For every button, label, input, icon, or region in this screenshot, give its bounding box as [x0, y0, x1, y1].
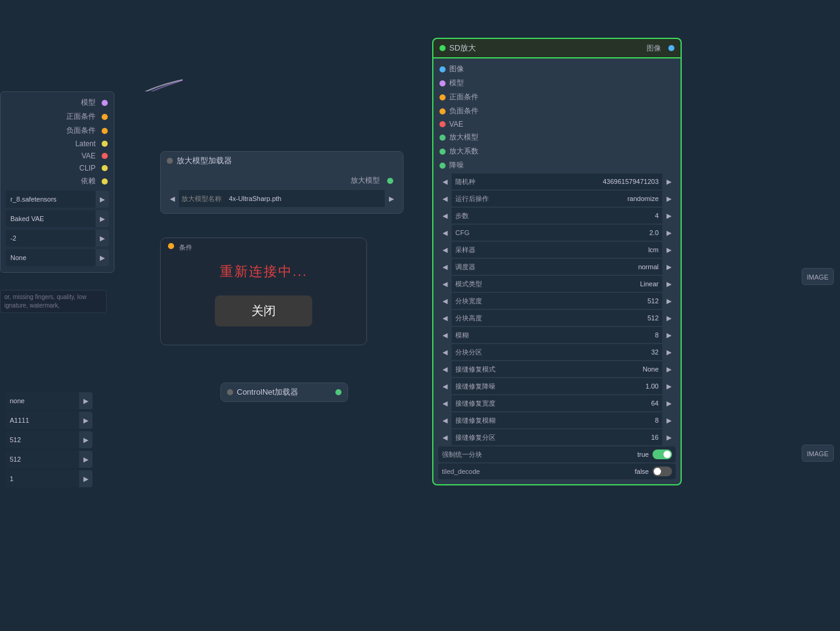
param-tile-div-right[interactable]: ▶ [662, 344, 676, 360]
param-seam-div-right[interactable]: ▶ [662, 429, 676, 445]
param-seam-mode[interactable]: ◀ 接缝修复模式 None ▶ [438, 361, 676, 377]
param-steps-right[interactable]: ▶ [662, 208, 676, 224]
model-selector-4[interactable]: None ▶ [5, 249, 109, 266]
input-negative-dot [439, 108, 446, 115]
upscale-loader-header: 放大模型加载器 [161, 152, 403, 170]
left-arrow-2[interactable]: ▶ [79, 412, 93, 429]
force-uniform-toggle[interactable] [653, 449, 672, 459]
upscale-loader-title: 放大模型加载器 [177, 155, 232, 166]
input-upscale-model: 放大模型 [433, 130, 681, 144]
model-arrow-2[interactable]: ▶ [96, 210, 109, 227]
param-blur-right[interactable]: ▶ [662, 327, 676, 343]
upscale-loader-node: 放大模型加载器 放大模型 ◀ 放大模型名称 4x-UltraSharp.pth … [160, 151, 404, 214]
input-scale-factor: 放大系数 [433, 144, 681, 158]
left-row-4[interactable]: 512 ▶ [5, 451, 93, 468]
param-sampler[interactable]: ◀ 采样器 lcm ▶ [438, 242, 676, 258]
param-seam-blur[interactable]: ◀ 接缝修复模糊 8 ▶ [438, 412, 676, 428]
param-cfg-left[interactable]: ◀ [438, 225, 452, 241]
param-seam-mode-right[interactable]: ▶ [662, 361, 676, 377]
left-arrow-5[interactable]: ▶ [79, 470, 93, 487]
model-arrow-1[interactable]: ▶ [96, 191, 109, 208]
param-steps[interactable]: ◀ 步数 4 ▶ [438, 208, 676, 224]
sd-output-dot [668, 45, 674, 51]
param-seed-left[interactable]: ◀ [438, 174, 452, 189]
upscale-output-dot [387, 178, 393, 184]
param-scheduler-left[interactable]: ◀ [438, 259, 452, 275]
param-seed-right[interactable]: ▶ [662, 174, 676, 189]
param-action-left[interactable]: ◀ [438, 191, 452, 206]
param-seed[interactable]: ◀ 随机种 436961579471203 ▶ [438, 174, 676, 189]
input-positive-dot [439, 94, 446, 100]
param-seam-div[interactable]: ◀ 接缝修复分区 16 ▶ [438, 429, 676, 445]
image-output-2: IMAGE [802, 445, 834, 462]
param-seam-mode-left[interactable]: ◀ [438, 361, 452, 377]
param-blur-left[interactable]: ◀ [438, 327, 452, 343]
upscale-model-right-arrow[interactable]: ▶ [385, 190, 398, 207]
overlay-port1 [168, 243, 174, 249]
param-sampler-right[interactable]: ▶ [662, 242, 676, 258]
port-dot-positive [102, 114, 108, 120]
param-cfg[interactable]: ◀ CFG 2.0 ▶ [438, 225, 676, 241]
left-row-3[interactable]: 512 ▶ [5, 431, 93, 448]
param-tiled-decode[interactable]: tiled_decode false [438, 464, 676, 479]
param-seam-div-left[interactable]: ◀ [438, 429, 452, 445]
left-arrow-4[interactable]: ▶ [79, 451, 93, 468]
close-button[interactable]: 关闭 [215, 295, 312, 326]
param-tile-div[interactable]: ◀ 分块分区 32 ▶ [438, 344, 676, 360]
controlnet-title: ControlNet加载器 [237, 387, 298, 398]
left-row-5[interactable]: 1 ▶ [5, 470, 93, 487]
param-sampler-left[interactable]: ◀ [438, 242, 452, 258]
left-arrow-3[interactable]: ▶ [79, 431, 93, 448]
param-seam-w-right[interactable]: ▶ [662, 395, 676, 411]
param-steps-left[interactable]: ◀ [438, 208, 452, 224]
param-seam-w[interactable]: ◀ 接缝修复宽度 64 ▶ [438, 395, 676, 411]
port-dot-depend [102, 178, 108, 185]
input-upscale-model-dot [439, 135, 446, 141]
controlnet-header: ControlNet加载器 [221, 383, 348, 401]
param-mode-left[interactable]: ◀ [438, 276, 452, 292]
model-arrow-4[interactable]: ▶ [96, 249, 109, 266]
param-tile-h-right[interactable]: ▶ [662, 310, 676, 326]
port-clip: CLIP [1, 162, 114, 174]
param-blur[interactable]: ◀ 模糊 8 ▶ [438, 327, 676, 343]
param-force-uniform[interactable]: 强制统一分块 true [438, 446, 676, 462]
port-dot-negative [102, 128, 108, 134]
param-seam-denoise-right[interactable]: ▶ [662, 378, 676, 394]
input-vae: VAE [433, 118, 681, 130]
param-tile-div-left[interactable]: ◀ [438, 344, 452, 360]
sd-upscale-header: SD放大 图像 [433, 39, 681, 58]
param-scheduler[interactable]: ◀ 调度器 normal ▶ [438, 259, 676, 275]
model-arrow-3[interactable]: ▶ [96, 230, 109, 247]
left-row-1[interactable]: none ▶ [5, 392, 93, 409]
canvas-background [0, 0, 840, 631]
param-tile-h[interactable]: ◀ 分块高度 512 ▶ [438, 310, 676, 326]
upscale-model-left-arrow[interactable]: ◀ [166, 190, 179, 207]
input-scale-factor-dot [439, 149, 446, 155]
left-arrow-1[interactable]: ▶ [79, 392, 93, 409]
input-vae-dot [439, 121, 446, 127]
tiled-decode-toggle[interactable] [653, 467, 672, 476]
image-output-1: IMAGE [802, 268, 834, 285]
param-mode[interactable]: ◀ 模式类型 Linear ▶ [438, 276, 676, 292]
param-mode-right[interactable]: ▶ [662, 276, 676, 292]
param-seam-denoise-left[interactable]: ◀ [438, 378, 452, 394]
param-seam-denoise[interactable]: ◀ 接缝修复降噪 1.00 ▶ [438, 378, 676, 394]
param-seam-w-left[interactable]: ◀ [438, 395, 452, 411]
model-selector-1[interactable]: r_8.safetensors ▶ [5, 191, 109, 208]
param-seam-blur-right[interactable]: ▶ [662, 412, 676, 428]
model-selector-2[interactable]: Baked VAE ▶ [5, 210, 109, 227]
sd-output-label: 图像 [646, 43, 661, 54]
param-action[interactable]: ◀ 运行后操作 randomize ▶ [438, 191, 676, 206]
model-selector-3[interactable]: -2 ▶ [5, 230, 109, 247]
param-tile-w[interactable]: ◀ 分块宽度 512 ▶ [438, 293, 676, 309]
param-seam-blur-left[interactable]: ◀ [438, 412, 452, 428]
param-scheduler-right[interactable]: ▶ [662, 259, 676, 275]
param-tile-w-right[interactable]: ▶ [662, 293, 676, 309]
input-model-dot [439, 80, 446, 86]
param-tile-w-left[interactable]: ◀ [438, 293, 452, 309]
param-action-right[interactable]: ▶ [662, 191, 676, 206]
param-cfg-right[interactable]: ▶ [662, 225, 676, 241]
param-tile-h-left[interactable]: ◀ [438, 310, 452, 326]
upscale-model-selector[interactable]: ◀ 放大模型名称 4x-UltraSharp.pth ▶ [166, 190, 398, 207]
left-row-2[interactable]: A1111 ▶ [5, 412, 93, 429]
